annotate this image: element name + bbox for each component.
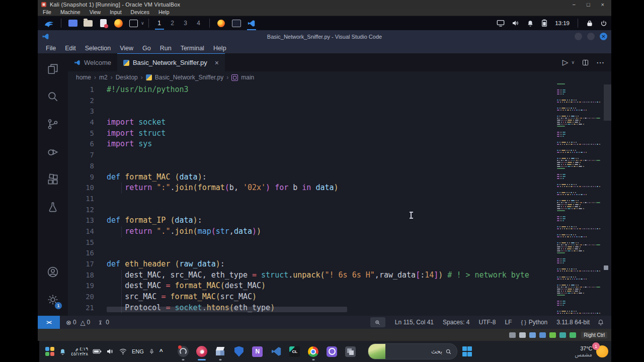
search-icon[interactable]	[41, 85, 65, 108]
code-line[interactable]: 5import struct	[68, 128, 556, 139]
snipping-tool-app-icon[interactable]	[345, 345, 357, 357]
code-line[interactable]: 14 return ".".join(map(str,data))	[68, 226, 556, 237]
tab-close-icon[interactable]: ×	[215, 59, 219, 67]
accounts-icon[interactable]	[41, 260, 65, 284]
minimap-slider[interactable]	[604, 84, 611, 121]
tab-basic-network-sniffer[interactable]: Basic_Network_Sniffer.py ×	[117, 53, 225, 71]
code-line[interactable]: 20 src_MAC = format_MAC(src_MAC)	[68, 292, 556, 303]
vscode-app-icon[interactable]	[270, 345, 282, 357]
vbox-menu-help[interactable]: Help	[158, 9, 170, 15]
vbox-menu-devices[interactable]: Devices	[131, 9, 149, 15]
tab-welcome[interactable]: Welcome	[68, 53, 117, 71]
obs-studio-icon[interactable]	[177, 345, 189, 357]
speaker-icon[interactable]	[106, 348, 114, 355]
recorder-app-icon[interactable]	[196, 345, 208, 357]
breadcrumb-symbol-main[interactable]: main	[241, 74, 254, 81]
menu-terminal[interactable]: Terminal	[177, 44, 208, 53]
vscode-close-button[interactable]: ✕	[600, 33, 607, 40]
vscode-running-icon[interactable]	[246, 18, 258, 29]
taskbar-clock[interactable]: ٤:١٩ م ٤٥/١٢/٢٨	[71, 346, 88, 356]
eol-button[interactable]: LF	[501, 319, 515, 326]
code-line[interactable]: 3	[68, 106, 556, 117]
run-dropdown-chevron-icon[interactable]: ∨	[571, 60, 575, 65]
code-line[interactable]: 7	[68, 150, 556, 161]
code-line[interactable]: 9def format_MAC (data):	[68, 172, 556, 183]
menu-help[interactable]: Help	[209, 44, 230, 53]
vscode-maximize-button[interactable]	[587, 33, 595, 40]
cursor-position-button[interactable]: Ln 115, Col 41	[391, 319, 437, 326]
tray-overflow-chevron[interactable]: ^	[159, 348, 163, 355]
remote-indicator-button[interactable]: ><	[38, 316, 60, 329]
battery-icon[interactable]	[541, 19, 548, 27]
run-python-file-button[interactable]: ▷	[562, 58, 569, 67]
terminal-running-icon[interactable]	[230, 18, 243, 29]
workspace-4[interactable]: 4	[192, 18, 205, 29]
code-line[interactable]: 15	[68, 237, 556, 248]
ports-button[interactable]: 0	[94, 319, 113, 326]
vbox-maximize-button[interactable]: □	[587, 2, 590, 8]
chrome-app-icon[interactable]	[307, 345, 319, 357]
encoding-button[interactable]: UTF-8	[475, 319, 499, 326]
volume-icon[interactable]	[512, 20, 520, 27]
vscode-minimize-button[interactable]	[575, 33, 582, 40]
camera-app-icon[interactable]	[326, 345, 338, 357]
vbox-menu-file[interactable]: File	[43, 9, 51, 15]
indentation-button[interactable]: Spaces: 4	[439, 319, 473, 326]
explorer-icon[interactable]	[41, 57, 65, 80]
notifications-bell-icon[interactable]	[527, 20, 534, 27]
vbox-menu-input[interactable]: Input	[110, 9, 121, 15]
minimap[interactable]	[557, 83, 600, 315]
breadcrumb-m2[interactable]: m2	[99, 74, 108, 81]
shared-folders-icon[interactable]	[539, 332, 546, 338]
code-line[interactable]: 17def eth_header (raw_data):	[68, 259, 556, 270]
vbox-menu-machine[interactable]: Machine	[60, 9, 80, 15]
language-indicator[interactable]: ENG	[132, 348, 144, 354]
notifications-bell-icon[interactable]	[59, 348, 66, 355]
security-shield-app-icon[interactable]	[233, 345, 245, 357]
code-line[interactable]: 11	[68, 194, 556, 205]
menu-selection[interactable]: Selection	[81, 44, 115, 53]
start-button[interactable]	[462, 346, 472, 356]
battery-icon[interactable]	[93, 348, 102, 355]
panel-clock[interactable]: 13:19	[555, 20, 570, 26]
display-settings-icon[interactable]	[497, 20, 505, 27]
vbox-menu-view[interactable]: View	[90, 9, 101, 15]
menu-go[interactable]: Go	[138, 44, 155, 53]
more-actions-icon[interactable]: ⋯	[596, 58, 604, 67]
settings-gear-icon[interactable]: 1	[41, 288, 65, 311]
clion-app-icon[interactable]: CL	[289, 345, 301, 357]
code-line[interactable]: 10 return ":".join(format(b, '02x') for …	[68, 183, 556, 194]
code-line[interactable]: 16	[68, 248, 556, 259]
menu-edit[interactable]: Edit	[61, 44, 80, 53]
code-line[interactable]: 4import socket	[68, 117, 556, 128]
code-line[interactable]: 12	[68, 205, 556, 216]
code-editor[interactable]: 1#!/usr/bin/python3234import socket5impo…	[68, 83, 611, 316]
code-line[interactable]: 1#!/usr/bin/python3	[68, 84, 556, 96]
menu-run[interactable]: Run	[156, 44, 176, 53]
python-interpreter-button[interactable]: 3.11.8 64-bit	[553, 319, 593, 326]
kali-menu-button[interactable]	[43, 18, 55, 29]
weather-widget[interactable]: 1 37°C مشمس	[575, 345, 611, 357]
code-line[interactable]: 6import sys	[68, 139, 556, 150]
lock-icon[interactable]	[586, 20, 593, 27]
wifi-icon[interactable]	[119, 348, 127, 355]
screenshot-tool-icon[interactable]	[127, 18, 139, 29]
text-editor-icon[interactable]	[97, 18, 109, 29]
code-line[interactable]: 19 dest_MAC = format_MAC(dest_MAC)	[68, 281, 556, 292]
usb-icon[interactable]	[559, 332, 566, 338]
purple-n-app-icon[interactable]: N	[252, 345, 264, 357]
microphone-icon[interactable]	[148, 348, 155, 355]
code-line[interactable]: 2	[68, 96, 556, 107]
source-control-icon[interactable]	[41, 113, 65, 136]
virtualbox-titlebar[interactable]: Kali (Snapshot 1) [Running] - Oracle VM …	[38, 0, 611, 9]
file-manager-icon[interactable]	[82, 18, 94, 29]
widgets-icon[interactable]	[45, 347, 54, 356]
split-editor-icon[interactable]	[582, 59, 589, 66]
mouse-integration-icon[interactable]	[570, 332, 576, 338]
taskbar-search-input[interactable]: بحث	[368, 343, 457, 359]
code-line[interactable]: 8	[68, 161, 556, 172]
code-line[interactable]: 18 dest_MAC, src_MAC, eth_type = struct.…	[68, 270, 556, 281]
notifications-bell-icon[interactable]	[595, 319, 606, 326]
optical-drive-icon[interactable]	[519, 332, 526, 338]
vscode-titlebar[interactable]: Basic_Network_Sniffer.py - Visual Studio…	[38, 30, 611, 43]
